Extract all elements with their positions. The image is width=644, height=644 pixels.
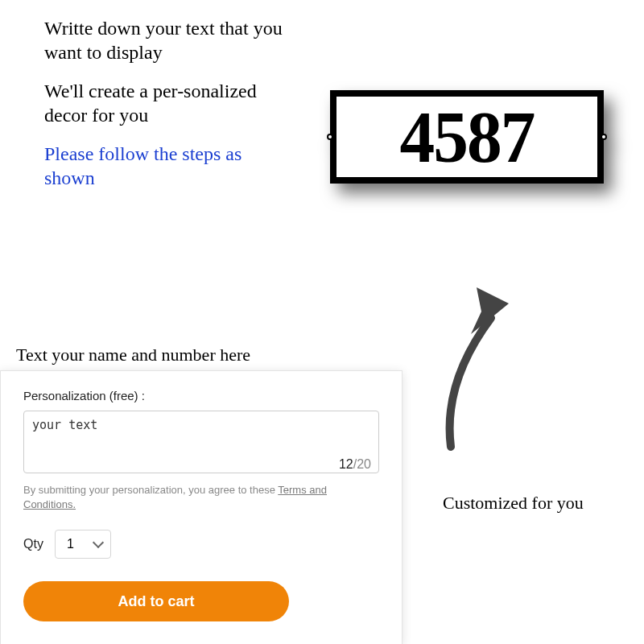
terms-text: By submitting your personalization, you … <box>23 483 379 512</box>
qty-label: Qty <box>23 537 43 551</box>
instructions-block: Writte down your text that you want to d… <box>44 16 286 204</box>
personalization-textarea[interactable] <box>23 411 379 473</box>
personalization-textarea-wrap: 12/20 <box>23 411 379 477</box>
instruction-line-2: We'll create a per-sonalized decor for y… <box>44 79 286 127</box>
product-sign-preview: 4587 <box>330 90 604 184</box>
instruction-line-1: Writte down your text that you want to d… <box>44 16 286 64</box>
add-to-cart-button[interactable]: Add to cart <box>23 581 289 621</box>
qty-row: Qty 1 <box>23 530 379 559</box>
personalization-label: Personalization (free) : <box>23 389 379 402</box>
instruction-line-3: Please follow the steps as shown <box>44 142 286 190</box>
sign-mount-hole-right <box>601 134 607 140</box>
char-count-max: /20 <box>353 457 371 471</box>
qty-value: 1 <box>67 537 74 551</box>
qty-select[interactable]: 1 <box>55 530 111 559</box>
sign-number: 4587 <box>399 100 534 174</box>
char-counter: 12/20 <box>339 457 371 472</box>
sign-mount-hole-left <box>327 134 333 140</box>
customized-caption: Customized for you <box>443 493 584 514</box>
arrow-icon <box>435 278 531 455</box>
input-caption: Text your name and number here <box>16 345 250 365</box>
char-count-current: 12 <box>339 457 353 471</box>
personalization-panel: Personalization (free) : 12/20 By submit… <box>0 370 402 644</box>
sign-frame: 4587 <box>330 90 604 184</box>
terms-prefix: By submitting your personalization, you … <box>23 484 278 496</box>
